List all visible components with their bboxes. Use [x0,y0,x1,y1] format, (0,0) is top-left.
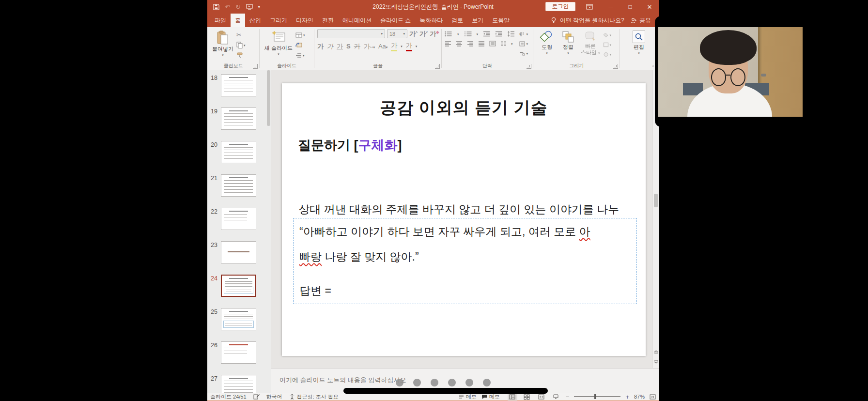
ribbon-tab-7[interactable]: 슬라이드 쇼 [376,14,415,27]
slide-thumbnail-20[interactable]: 20 [207,141,271,163]
ribbon-tab-0[interactable]: 파일 [210,14,231,27]
slideshow-view-button[interactable] [551,393,561,401]
clear-formatting-icon[interactable]: 가◆ [430,30,439,38]
shapes-button[interactable]: 도형 ▾ [536,29,558,56]
thumbnail-preview[interactable] [221,341,256,364]
ribbon-tab-11[interactable]: 도움말 [488,14,514,27]
tell-me-search[interactable]: 어떤 작업을 원하시나요? [548,14,627,27]
slide-thumbnail-27[interactable]: 27 [207,375,271,393]
strikethrough-icon[interactable]: 가 [354,42,360,51]
language-indicator[interactable]: 한국어 [266,393,282,401]
slide-thumbnail-21[interactable]: 21 [207,174,271,197]
format-painter-icon[interactable] [236,51,246,59]
collapse-ribbon-icon[interactable]: ⌃ [651,65,655,70]
shape-fill-icon[interactable]: ▾ [603,31,612,39]
ribbon-display-options-icon[interactable] [582,0,597,14]
highlight-color-icon[interactable]: 가 [391,41,397,51]
qat-customize-icon[interactable]: ▾ [258,5,260,9]
grow-font-icon[interactable]: 가˄ [409,30,418,38]
share-button[interactable]: 공유 [627,14,658,27]
arrange-button[interactable]: 정렬 ▾ [558,29,579,56]
numbering-icon[interactable] [464,31,472,37]
cut-icon[interactable]: ✂ [236,31,246,39]
new-slide-button[interactable]: 새 슬라이드 ▾ [263,29,294,57]
close-button[interactable]: ✕ [642,0,657,14]
comments-toggle[interactable]: 메모 [481,393,500,401]
reset-slide-icon[interactable] [295,41,305,49]
columns-icon[interactable] [500,41,507,46]
zoom-slider-thumb[interactable] [594,394,596,399]
slide-layout-icon[interactable]: ▾ [295,31,305,39]
justify-icon[interactable] [478,41,485,46]
slide-title[interactable]: 공감 이외의 듣기 기술 [282,97,646,119]
section-icon[interactable]: ▾ [295,51,305,59]
font-dialog-launcher[interactable] [435,64,440,69]
underline-icon[interactable]: 가 [337,42,343,51]
scrollbar-thumb[interactable] [654,194,658,207]
slide-thumbnail-25[interactable]: 25 [207,308,271,330]
change-case-icon[interactable]: Aa▾ [378,43,388,50]
undo-icon[interactable]: ↶ [225,3,230,11]
shape-outline-icon[interactable]: ▾ [603,41,612,48]
editing-button[interactable]: 편집 ▾ [628,29,650,56]
slide-heading[interactable]: 질문하기 [구체화] [298,137,402,154]
video-scrubber-bar[interactable] [343,388,548,394]
maximize-button[interactable]: □ [623,0,637,14]
line-spacing-icon[interactable] [507,31,514,37]
thumbnail-preview[interactable] [221,308,256,330]
slide-thumbnail-24[interactable]: 24 [207,275,271,297]
convert-smartart-icon[interactable]: ▾ [519,49,528,57]
start-slideshow-icon[interactable] [246,4,253,10]
reading-view-button[interactable] [537,393,546,401]
fit-to-window-icon[interactable] [650,394,656,400]
slide-thumbnail-23[interactable]: 23 [207,241,271,263]
ribbon-tab-6[interactable]: 애니메이션 [338,14,376,27]
quick-styles-button[interactable]: 빠른스타일 ▾ [579,29,602,57]
thumbnail-preview[interactable] [221,141,256,163]
align-text-icon[interactable]: ▾ [519,40,528,47]
align-left-icon[interactable] [445,41,451,46]
zoom-in-button[interactable]: + [625,393,629,401]
thumbnail-preview[interactable] [221,208,256,230]
thumbnail-preview[interactable] [221,375,256,393]
thumbnail-preview[interactable] [221,108,256,130]
text-direction-icon[interactable]: ▾ [519,30,528,38]
thumbnail-preview[interactable] [221,174,256,197]
paragraph-dialog-launcher[interactable] [527,64,531,69]
display-settings-icon[interactable] [253,394,260,400]
ribbon-tab-10[interactable]: 보기 [467,14,488,27]
slide-sorter-view-button[interactable] [522,393,532,401]
ribbon-tab-4[interactable]: 디자인 [292,14,318,27]
quote-textbox[interactable]: “아빠하고 이야기 하다 보면 자꾸 싸우게 되고, 여러 모로 아 빠랑 나랑… [293,218,637,304]
font-name-combo[interactable]: ▾ [317,29,385,38]
paste-button[interactable]: 붙여넣기 ▾ [210,29,235,58]
normal-view-button[interactable] [508,393,517,401]
previous-slide-button[interactable] [654,350,658,354]
accessibility-status[interactable]: 접근성: 조사 필요 [297,393,339,401]
ribbon-tab-5[interactable]: 전환 [318,14,338,27]
zoom-slider[interactable] [574,396,620,397]
bold-icon[interactable]: 가 [317,42,324,51]
font-color-icon[interactable]: 가 [406,41,412,51]
login-button[interactable]: 로그인 [545,2,576,11]
slide-canvas[interactable]: 공감 이외의 듣기 기술 질문하기 [구체화] 상대 꺼낸 대화의 주제를 바꾸… [282,83,646,356]
shrink-font-icon[interactable]: 가˅ [419,30,428,38]
webcam-overlay[interactable] [655,16,806,127]
thumbnail-preview[interactable] [221,275,256,297]
ribbon-tab-8[interactable]: 녹화하다 [415,14,447,27]
decrease-indent-icon[interactable] [483,31,490,37]
align-right-icon[interactable] [467,41,474,46]
bullets-icon[interactable] [445,31,452,37]
ribbon-tab-9[interactable]: 검토 [447,14,467,27]
shape-effects-icon[interactable]: ▾ [603,50,612,58]
text-shadow-icon[interactable]: S [346,43,351,50]
drawing-dialog-launcher[interactable] [613,64,618,69]
slide-thumbnail-19[interactable]: 19 [207,108,271,130]
align-center-icon[interactable] [456,41,463,46]
distribute-icon[interactable] [489,41,496,46]
clipboard-dialog-launcher[interactable] [253,64,258,69]
next-slide-button[interactable] [654,360,658,364]
slide-thumbnail-18[interactable]: 18 [207,74,271,96]
copy-icon[interactable]: ▾ [236,41,246,49]
thumbnail-preview[interactable] [221,74,256,96]
